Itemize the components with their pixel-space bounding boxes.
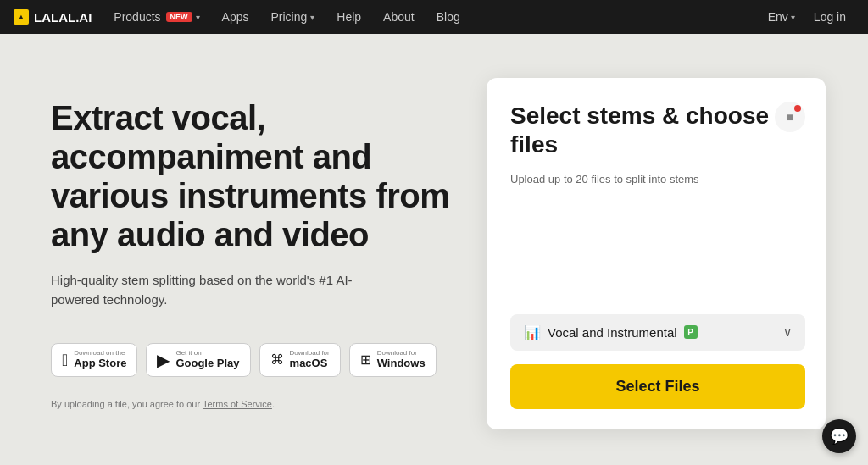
nav-item-help[interactable]: Help	[328, 7, 370, 27]
close-dot	[794, 105, 801, 112]
card-subtitle: Upload up to 20 files to split into stem…	[510, 173, 805, 185]
chevron-down-icon: ▾	[196, 13, 200, 22]
env-label: Env	[768, 10, 788, 24]
nav-item-about[interactable]: About	[375, 7, 423, 27]
nav-label-blog: Blog	[437, 10, 460, 24]
nav-badge-new: NEW	[166, 12, 192, 22]
stem-type-selector[interactable]: 📊 Vocal and Instrumental P ∨	[510, 314, 805, 351]
appstore-button[interactable]:  Download on the App Store	[51, 343, 137, 377]
tos-text: By uploading a file, you agree to our Te…	[51, 399, 453, 409]
navbar: ▲ LALAL.AI Products NEW ▾ Apps Pricing ▾…	[0, 0, 868, 34]
login-button[interactable]: Log in	[805, 7, 854, 27]
appstore-label-main: App Store	[74, 357, 126, 369]
card-close-button[interactable]: ■	[775, 102, 805, 132]
nav-item-blog[interactable]: Blog	[428, 7, 469, 27]
nav-item-pricing[interactable]: Pricing ▾	[263, 7, 324, 27]
stem-bars-icon: 📊	[524, 324, 541, 340]
windows-icon: ⊞	[360, 353, 371, 367]
tos-link[interactable]: Terms of Service	[203, 399, 272, 409]
logo-text: LALAL.AI	[34, 10, 92, 25]
tos-prefix: By uploading a file, you agree to our	[51, 399, 203, 409]
macos-label-main: macOS	[290, 357, 328, 369]
macos-label-block: Download for macOS	[290, 350, 330, 370]
macos-button[interactable]: ⌘ Download for macOS	[259, 343, 341, 377]
googleplay-icon: ▶	[157, 352, 170, 368]
logo[interactable]: ▲ LALAL.AI	[14, 9, 92, 25]
nav-item-products[interactable]: Products NEW ▾	[105, 7, 208, 27]
env-selector[interactable]: Env ▾	[761, 7, 802, 27]
hero-subtitle: High-quality stem splitting based on the…	[51, 271, 373, 309]
macos-label-top: Download for	[290, 350, 330, 357]
close-icon: ■	[787, 110, 793, 124]
store-buttons-group:  Download on the App Store ▶ Get it on …	[51, 343, 453, 377]
windows-button[interactable]: ⊞ Download for Windows	[349, 343, 437, 377]
nav-label-help: Help	[337, 10, 361, 24]
stem-pro-badge: P	[684, 325, 698, 339]
tos-suffix: .	[272, 399, 275, 409]
hero-title: Extract vocal, accompaniment and various…	[51, 98, 453, 254]
googleplay-button[interactable]: ▶ Get it on Google Play	[146, 343, 250, 377]
windows-label-top: Download for	[377, 350, 426, 357]
card-header: Select stems & choose files ■	[510, 102, 805, 158]
chevron-down-icon-pricing: ▾	[310, 13, 314, 22]
chevron-down-icon-env: ▾	[791, 13, 795, 22]
apple-icon: 	[62, 352, 68, 368]
appstore-label-block: Download on the App Store	[74, 350, 126, 370]
macos-icon: ⌘	[270, 353, 284, 367]
file-drop-area[interactable]	[510, 199, 805, 301]
windows-label-block: Download for Windows	[377, 350, 426, 370]
card-title: Select stems & choose files	[510, 102, 775, 158]
nav-right: Env ▾ Log in	[761, 7, 854, 27]
chat-icon: 💬	[830, 427, 849, 446]
googleplay-label-block: Get it on Google Play	[175, 350, 239, 370]
stem-label: Vocal and Instrumental	[548, 325, 677, 340]
nav-label-about: About	[383, 10, 415, 24]
nav-label-pricing: Pricing	[271, 10, 308, 24]
main-content: Extract vocal, accompaniment and various…	[0, 34, 868, 465]
logo-icon: ▲	[14, 9, 29, 25]
appstore-label-top: Download on the	[74, 350, 126, 357]
select-files-button[interactable]: Select Files	[510, 364, 805, 409]
hero-section: Extract vocal, accompaniment and various…	[51, 98, 453, 409]
chevron-down-icon-stem: ∨	[783, 325, 792, 339]
googleplay-label-main: Google Play	[175, 357, 239, 369]
windows-label-main: Windows	[377, 357, 426, 369]
stem-selector-card: Select stems & choose files ■ Upload up …	[487, 78, 826, 429]
chat-bubble-button[interactable]: 💬	[822, 419, 856, 453]
googleplay-label-top: Get it on	[175, 350, 239, 357]
nav-item-apps[interactable]: Apps	[214, 7, 258, 27]
stem-left: 📊 Vocal and Instrumental P	[524, 324, 698, 340]
nav-label-apps: Apps	[222, 10, 249, 24]
nav-label-products: Products	[114, 10, 160, 24]
